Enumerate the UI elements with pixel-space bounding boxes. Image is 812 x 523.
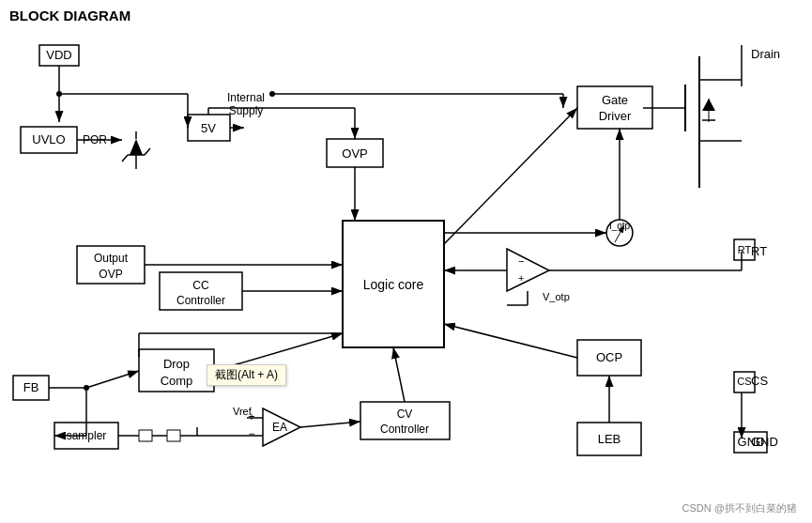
svg-text:Driver: Driver <box>599 109 632 123</box>
svg-text:−: − <box>518 255 524 267</box>
svg-line-109 <box>300 422 360 427</box>
svg-point-88 <box>269 91 275 97</box>
svg-text:EA: EA <box>272 421 287 434</box>
svg-text:Supply: Supply <box>229 104 264 117</box>
block-diagram-svg: VDD UVLO 5V Internal Supply OVP Gate Dri… <box>0 0 812 523</box>
svg-text:Controller: Controller <box>380 423 429 436</box>
svg-text:CS: CS <box>751 374 768 388</box>
watermark: CSDN @拱不到白菜的猪 <box>682 501 797 515</box>
svg-text:5V: 5V <box>201 121 216 135</box>
svg-line-84 <box>444 108 577 244</box>
svg-text:LEB: LEB <box>598 432 621 446</box>
svg-text:−: − <box>248 427 254 440</box>
svg-rect-115 <box>167 430 180 441</box>
svg-text:RT: RT <box>738 244 752 255</box>
svg-line-108 <box>393 347 405 402</box>
svg-text:V_otp: V_otp <box>543 291 570 302</box>
svg-line-122 <box>86 371 139 388</box>
svg-text:OVP: OVP <box>342 146 367 161</box>
svg-text:Gate: Gate <box>602 93 628 107</box>
svg-rect-113 <box>139 430 152 441</box>
svg-line-101 <box>444 324 577 358</box>
svg-text:Internal: Internal <box>227 91 265 104</box>
svg-text:OVP: OVP <box>99 268 122 281</box>
svg-text:CV: CV <box>397 408 413 421</box>
svg-marker-74 <box>130 139 143 155</box>
svg-line-78 <box>145 148 150 155</box>
svg-text:Drop: Drop <box>163 357 190 371</box>
svg-text:Comp: Comp <box>161 374 193 388</box>
svg-text:Drain: Drain <box>751 47 780 61</box>
svg-text:GND: GND <box>738 435 765 449</box>
svg-text:FB: FB <box>23 380 39 394</box>
svg-text:Controller: Controller <box>176 294 225 307</box>
svg-line-77 <box>122 155 128 162</box>
svg-text:OCP: OCP <box>596 350 622 364</box>
tooltip: 截图(Alt + A) <box>207 364 286 386</box>
svg-text:Vref: Vref <box>233 406 253 417</box>
svg-text:RT: RT <box>751 244 767 258</box>
svg-marker-60 <box>507 249 549 291</box>
svg-text:I_otp: I_otp <box>609 221 631 231</box>
svg-text:Output: Output <box>94 252 129 265</box>
svg-marker-52 <box>702 99 715 111</box>
svg-text:CS: CS <box>737 376 751 387</box>
diagram-container: BLOCK DIAGRAM VDD UVLO 5V Internal Suppl… <box>0 0 812 523</box>
svg-text:UVLO: UVLO <box>32 132 65 146</box>
svg-text:VDD: VDD <box>46 48 71 62</box>
svg-text:+: + <box>518 272 524 284</box>
svg-text:CC: CC <box>192 279 209 292</box>
svg-text:Logic core: Logic core <box>363 277 424 292</box>
